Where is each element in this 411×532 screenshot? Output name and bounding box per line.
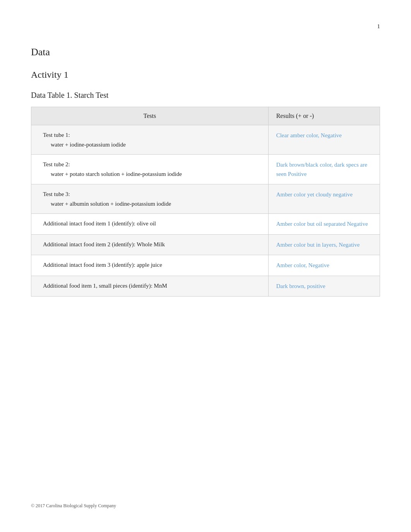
result-cell-3: Amber color yet cloudy negative xyxy=(268,184,380,214)
table-row: Test tube 3: water + albumin solution + … xyxy=(31,184,380,214)
result-cell-2: Dark brown/black color, dark specs are s… xyxy=(268,155,380,184)
result-cell-5: Amber color but in layers, Negative xyxy=(268,234,380,255)
activity-heading: Activity 1 xyxy=(31,70,380,80)
test-cell-1: Test tube 1: water + iodine-potassium io… xyxy=(31,125,269,155)
test-cell-2: Test tube 2: water + potato starch solut… xyxy=(31,155,269,184)
test-detail-1: water + iodine-potassium iodide xyxy=(43,140,260,149)
test-cell-7: Additional food item 1, small pieces (id… xyxy=(31,276,269,297)
result-text-2: Dark brown/black color, dark specs are s… xyxy=(276,162,367,177)
result-cell-1: Clear amber color, Negative xyxy=(268,125,380,155)
table-row: Test tube 1: water + iodine-potassium io… xyxy=(31,125,380,155)
result-text-6: Amber color, Negative xyxy=(276,262,329,268)
result-text-7: Dark brown, positive xyxy=(276,283,325,289)
table-heading: Data Table 1. Starch Test xyxy=(31,91,380,100)
test-label-6: Additional intact food item 3 (identify)… xyxy=(43,261,260,269)
test-cell-3: Test tube 3: water + albumin solution + … xyxy=(31,184,269,214)
result-cell-4: Amber color but oil separated Negative xyxy=(268,214,380,235)
test-cell-5: Additional intact food item 2 (identify)… xyxy=(31,234,269,255)
footer-copyright: © 2017 Carolina Biological Supply Compan… xyxy=(31,503,116,509)
test-label-3: Test tube 3: xyxy=(43,190,260,199)
result-cell-7: Dark brown, positive xyxy=(268,276,380,297)
test-label-5: Additional intact food item 2 (identify)… xyxy=(43,240,260,249)
data-table: Tests Results (+ or -) Test tube 1: wate… xyxy=(31,107,380,297)
test-label-7: Additional food item 1, small pieces (id… xyxy=(43,281,260,290)
test-label-4: Additional intact food item 1 (identify)… xyxy=(43,219,260,228)
column-header-results: Results (+ or -) xyxy=(268,107,380,125)
table-row: Additional intact food item 2 (identify)… xyxy=(31,234,380,255)
result-text-5: Amber color but in layers, Negative xyxy=(276,242,360,248)
table-row: Additional intact food item 3 (identify)… xyxy=(31,255,380,276)
page-number: 1 xyxy=(377,23,380,30)
column-header-tests: Tests xyxy=(31,107,269,125)
test-cell-4: Additional intact food item 1 (identify)… xyxy=(31,214,269,235)
section-heading: Data xyxy=(31,46,380,58)
test-cell-6: Additional intact food item 3 (identify)… xyxy=(31,255,269,276)
test-detail-3: water + albumin solution + iodine-potass… xyxy=(43,200,260,208)
result-cell-6: Amber color, Negative xyxy=(268,255,380,276)
test-label-1: Test tube 1: xyxy=(43,131,260,140)
result-text-1: Clear amber color, Negative xyxy=(276,132,342,138)
result-text-3: Amber color yet cloudy negative xyxy=(276,191,353,198)
table-row: Test tube 2: water + potato starch solut… xyxy=(31,155,380,184)
test-detail-2: water + potato starch solution + iodine-… xyxy=(43,170,260,179)
table-row: Additional food item 1, small pieces (id… xyxy=(31,276,380,297)
table-row: Additional intact food item 1 (identify)… xyxy=(31,214,380,235)
result-text-4: Amber color but oil separated Negative xyxy=(276,221,368,227)
test-label-2: Test tube 2: xyxy=(43,160,260,169)
